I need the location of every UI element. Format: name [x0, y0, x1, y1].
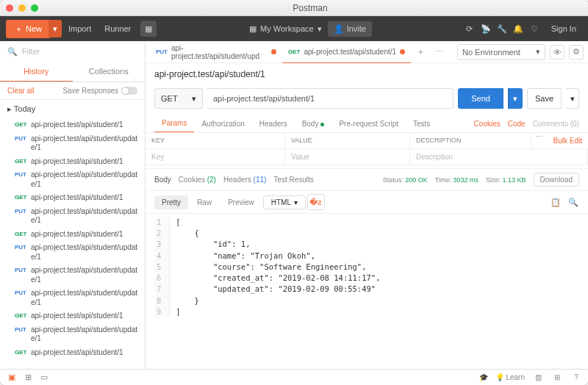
new-button[interactable]: ＋ New	[6, 20, 51, 38]
bell-icon[interactable]: 🔔	[513, 24, 523, 34]
subtab-params[interactable]: Params	[154, 115, 194, 132]
browse-icon[interactable]: ⊞	[551, 372, 563, 384]
cookies-link[interactable]: Cookies	[474, 120, 501, 128]
tab-history[interactable]: History	[0, 62, 73, 82]
workspace-selector[interactable]: ▦ My Workspace ▾	[249, 24, 322, 34]
subtab-body[interactable]: Body	[295, 115, 332, 132]
history-item[interactable]: GETapi-project.test/api/student/1	[0, 228, 145, 242]
view-raw[interactable]: Raw	[190, 195, 219, 209]
request-title: api-project.test/api/student/1	[146, 63, 588, 85]
bootcamp-icon[interactable]: 🎓	[479, 373, 488, 381]
resp-tab-cookies[interactable]: Cookies (2)	[179, 172, 223, 187]
close-window-icon[interactable]	[6, 4, 13, 12]
subtab-prerequest[interactable]: Pre-request Script	[331, 115, 406, 132]
new-dropdown[interactable]: ▾	[49, 20, 62, 37]
sync-icon[interactable]: ⟳	[465, 24, 475, 34]
runner-button[interactable]: Runner	[98, 21, 137, 37]
subtab-headers[interactable]: Headers	[252, 115, 295, 132]
history-url: api-project.test/api/student/1	[31, 120, 142, 130]
request-tab[interactable]: GETapi-project.test/api/student/1	[282, 41, 411, 63]
satellite-icon[interactable]: 📡	[481, 24, 491, 34]
wrench-icon[interactable]: 🔧	[497, 24, 507, 34]
history-item[interactable]: PUTapi-project.test/api/student/update/1	[0, 264, 145, 287]
copy-icon[interactable]: 📋	[550, 196, 562, 208]
toolbar-extra-button[interactable]: ▦	[140, 21, 157, 37]
minimize-window-icon[interactable]	[18, 4, 26, 12]
environment-quicklook-icon[interactable]: 👁	[550, 45, 564, 60]
history-item[interactable]: PUTapi-project.test/api/student/update/1	[0, 205, 145, 228]
response-body[interactable]: 123456789 [ { "id": 1, "name": "Trojan O…	[146, 214, 588, 320]
history-method: GET	[15, 349, 31, 356]
resp-tab-test-results[interactable]: Test Results	[273, 172, 320, 187]
save-button[interactable]: Save	[527, 88, 562, 109]
maximize-window-icon[interactable]	[31, 4, 38, 12]
dot-indicator-icon	[320, 123, 324, 126]
view-format-select[interactable]: HTML ▾	[263, 195, 306, 209]
resp-tab-headers[interactable]: Headers (11)	[223, 172, 273, 187]
subtab-authorization[interactable]: Authorization	[194, 115, 251, 132]
tab-method: PUT	[156, 48, 168, 55]
help-icon[interactable]: ?	[570, 372, 582, 384]
history-item[interactable]: GETapi-project.test/api/student/1	[0, 191, 145, 205]
history-method: PUT	[15, 135, 31, 142]
search-response-icon[interactable]: 🔍	[567, 196, 579, 208]
history-item[interactable]: GETapi-project.test/api/student/1	[0, 346, 145, 360]
history-method: PUT	[15, 289, 31, 296]
send-dropdown[interactable]: ▾	[508, 88, 523, 109]
environment-select[interactable]: No Environment ▾	[457, 44, 545, 60]
tabs-more-button[interactable]: ⋯	[431, 47, 448, 57]
heart-icon[interactable]: ♡	[529, 24, 539, 34]
download-button[interactable]: Download	[534, 173, 579, 187]
history-url: api-project.test/api/student/update/1	[31, 207, 142, 226]
param-more-button[interactable]: ⋯	[531, 133, 548, 148]
invite-button[interactable]: 👤 Invite	[328, 21, 372, 37]
history-item[interactable]: PUTapi-project.test/api/student/update/1	[0, 241, 145, 264]
history-url: api-project.test/api/student/update/1	[31, 134, 142, 153]
save-dropdown[interactable]: ▾	[566, 88, 579, 109]
find-icon[interactable]: ⊞	[22, 372, 34, 384]
save-responses-toggle[interactable]: Save Responses	[62, 87, 137, 95]
code-link[interactable]: Code	[508, 120, 526, 128]
param-desc-input[interactable]: Description	[410, 149, 588, 165]
param-row[interactable]: Key Value Description	[146, 149, 588, 165]
history-item[interactable]: PUTapi-project.test/api/student/update/1	[0, 132, 145, 155]
history-item[interactable]: GETapi-project.test/api/student/1	[0, 118, 145, 132]
settings-icon[interactable]: ⚙	[569, 45, 584, 60]
tab-collections[interactable]: Collections	[73, 62, 146, 82]
add-tab-button[interactable]: ＋	[412, 46, 429, 57]
subtab-tests[interactable]: Tests	[406, 115, 437, 132]
signin-button[interactable]: Sign In	[545, 21, 582, 36]
chevron-down-icon: ▾	[294, 198, 298, 206]
statusbar: ▣ ⊞ ▭ 🎓 💡 Learn ▥ ⊞ ?	[0, 369, 588, 385]
resp-tab-body[interactable]: Body	[154, 172, 179, 187]
method-select[interactable]: GET ▾	[154, 88, 203, 109]
filter-input[interactable]: 🔍 Filter	[0, 41, 145, 62]
sidebar-toggle-icon[interactable]: ▣	[6, 372, 18, 384]
param-value-input[interactable]: Value	[285, 149, 410, 165]
history-method: PUT	[15, 208, 31, 215]
bulk-edit-button[interactable]: Bulk Edit	[548, 133, 588, 148]
history-group-today[interactable]: ▸ Today	[0, 100, 145, 118]
two-pane-icon[interactable]: ▥	[532, 372, 544, 384]
send-button[interactable]: Send	[458, 88, 503, 109]
request-tab[interactable]: PUTapi-project.test/api/student/upd	[150, 41, 282, 63]
clear-all-button[interactable]: Clear all	[7, 87, 35, 95]
history-method: PUT	[15, 244, 31, 251]
url-input[interactable]: api-project.test/api/student/1	[207, 88, 453, 109]
app-title: Postman	[38, 3, 582, 13]
view-preview[interactable]: Preview	[220, 195, 262, 209]
console-icon[interactable]: ▭	[38, 372, 50, 384]
history-item[interactable]: GETapi-project.test/api/student/1	[0, 309, 145, 323]
history-item[interactable]: PUTapi-project.test/api/student/update/1	[0, 323, 145, 346]
view-pretty[interactable]: Pretty	[154, 195, 188, 209]
param-key-input[interactable]: Key	[146, 149, 285, 165]
history-item[interactable]: GETapi-project.test/api/student/1	[0, 155, 145, 169]
history-item[interactable]: PUTapi-project.test/api/student/update/1	[0, 168, 145, 191]
history-url: api-project.test/api/student/1	[31, 157, 142, 167]
import-button[interactable]: Import	[62, 21, 98, 37]
code-content: [ { "id": 1, "name": "Trojan Okoh", "cou…	[170, 217, 380, 317]
learn-button[interactable]: 💡 Learn	[495, 373, 525, 381]
wrap-lines-button[interactable]: �ƨ	[307, 194, 325, 210]
comments-link[interactable]: Comments (0)	[533, 120, 579, 128]
history-item[interactable]: PUTapi-project.test/api/student/update/1	[0, 287, 145, 309]
